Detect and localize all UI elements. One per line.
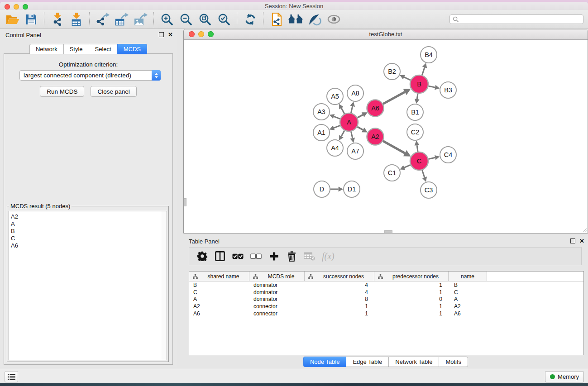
svg-text:B1: B1 xyxy=(411,109,419,116)
node-B[interactable]: B xyxy=(410,75,428,93)
cell-shared-name: B xyxy=(189,282,249,288)
node-A1[interactable]: A1 xyxy=(313,124,330,141)
tab-edge-table[interactable]: Edge Table xyxy=(346,357,388,367)
node-A[interactable]: A xyxy=(340,113,358,131)
node-C2[interactable]: C2 xyxy=(407,124,423,140)
column-header-name[interactable]: name xyxy=(449,272,487,281)
node-C[interactable]: C xyxy=(410,152,428,170)
column-header-predecessor-nodes[interactable]: predecessor nodes xyxy=(374,272,449,281)
svg-text:A4: A4 xyxy=(331,144,339,152)
node-A8[interactable]: A8 xyxy=(347,85,363,101)
node-C3[interactable]: C3 xyxy=(421,182,437,198)
search-box[interactable] xyxy=(449,14,583,24)
zoom-fit-icon xyxy=(198,13,212,26)
node-B3[interactable]: B3 xyxy=(440,82,456,98)
export-image-button[interactable] xyxy=(131,11,150,28)
zoom-in-button[interactable] xyxy=(158,11,177,28)
select-all-button[interactable] xyxy=(232,250,244,262)
columns-button[interactable] xyxy=(215,250,225,262)
export-network-button[interactable] xyxy=(93,11,112,28)
table-row[interactable]: Bdominator41B xyxy=(189,281,583,289)
trash-button[interactable] xyxy=(286,250,297,262)
function-button[interactable]: f(x) xyxy=(322,250,335,262)
edge-A-A7 xyxy=(351,132,352,138)
run-mcds-button[interactable]: Run MCDS xyxy=(40,86,84,97)
import-table-button[interactable] xyxy=(67,11,86,28)
node-A7[interactable]: A7 xyxy=(347,143,363,159)
edge-B-B1 xyxy=(417,94,418,99)
add-button[interactable] xyxy=(268,250,279,262)
network-horizontal-scroll-hint[interactable] xyxy=(384,230,392,233)
node-C1[interactable]: C1 xyxy=(384,165,400,181)
edge-C-C1 xyxy=(404,165,411,167)
app-screen: Session: New Session Control Panel ✕ Net… xyxy=(0,0,588,386)
deselect-all-button[interactable] xyxy=(250,250,262,262)
column-header-successor-nodes[interactable]: successor nodes xyxy=(305,272,374,281)
result-list-item[interactable]: A xyxy=(11,220,167,228)
node-A5[interactable]: A5 xyxy=(327,88,343,105)
zoom-selected-button[interactable] xyxy=(215,11,234,28)
tab-network-table[interactable]: Network Table xyxy=(388,357,439,367)
table-row[interactable]: Adominator80A xyxy=(189,296,583,303)
result-list-scrollbar[interactable] xyxy=(161,211,167,360)
houses-button[interactable] xyxy=(286,11,305,28)
import-network-button[interactable] xyxy=(48,11,67,28)
node-C4[interactable]: C4 xyxy=(440,147,456,163)
zoom-out-button[interactable] xyxy=(177,11,196,28)
search-input[interactable] xyxy=(459,15,583,24)
result-list-item[interactable]: A6 xyxy=(11,242,167,249)
table-row[interactable]: A6connector11A6 xyxy=(189,310,583,317)
node-D1[interactable]: D1 xyxy=(344,181,360,197)
close-panel-icon[interactable]: ✕ xyxy=(168,32,173,37)
result-list-item[interactable]: A2 xyxy=(11,213,167,220)
tab-motifs[interactable]: Motifs xyxy=(439,357,468,367)
node-A2[interactable]: A2 xyxy=(367,129,384,145)
open-file-button[interactable] xyxy=(3,11,22,28)
task-history-button[interactable] xyxy=(5,371,18,382)
node-A6[interactable]: A6 xyxy=(367,100,384,117)
table-row[interactable]: Cdominator41C xyxy=(189,289,583,296)
column-header-MCDS-role[interactable]: MCDS role xyxy=(249,272,305,281)
resize-grip-icon[interactable] xyxy=(582,228,587,233)
cell-shared-name: A xyxy=(189,296,249,302)
node-A3[interactable]: A3 xyxy=(313,104,330,120)
tab-network[interactable]: Network xyxy=(29,44,63,54)
toolbar-separator xyxy=(263,12,264,27)
export-table-button[interactable] xyxy=(112,11,131,28)
tab-mcds[interactable]: MCDS xyxy=(117,44,147,54)
memory-button[interactable]: Memory xyxy=(545,371,584,382)
table-row[interactable]: A2connector11A2 xyxy=(189,303,583,310)
eye-button[interactable] xyxy=(324,11,343,28)
cell-name: C xyxy=(449,289,487,295)
table-panel-title: Table Panel xyxy=(189,238,220,245)
save-session-button[interactable] xyxy=(22,11,41,28)
node-B4[interactable]: B4 xyxy=(421,47,437,63)
criterion-dropdown[interactable]: largest connected component (directed) xyxy=(19,70,161,81)
node-B2[interactable]: B2 xyxy=(384,63,400,80)
float-table-panel-icon[interactable] xyxy=(570,238,575,243)
close-table-panel-icon[interactable]: ✕ xyxy=(579,238,584,243)
control-panel: Control Panel ✕ NetworkStyleSelectMCDS O… xyxy=(0,29,177,367)
float-panel-icon[interactable] xyxy=(159,32,164,37)
gear-button[interactable] xyxy=(197,250,208,262)
close-panel-button[interactable]: Close panel xyxy=(91,86,136,97)
tab-select[interactable]: Select xyxy=(89,44,117,54)
svg-text:B2: B2 xyxy=(388,68,396,75)
cybrowser-button[interactable] xyxy=(267,11,286,28)
graphics-details-button[interactable] xyxy=(305,11,324,28)
network-canvas[interactable]: B4B2BB3A8A5A6A3B1AA1C2A2A4A7C4CC1DD1C3 xyxy=(184,40,588,233)
column-header-shared-name[interactable]: shared name xyxy=(189,272,249,281)
refresh-button[interactable] xyxy=(241,11,260,28)
node-A4[interactable]: A4 xyxy=(327,140,343,156)
delete-table-button[interactable] xyxy=(304,250,315,262)
node-D[interactable]: D xyxy=(314,181,330,197)
network-vertical-scroll-hint[interactable] xyxy=(184,198,186,206)
zoom-fit-button[interactable] xyxy=(196,11,215,28)
node-B1[interactable]: B1 xyxy=(407,104,423,120)
result-list-item[interactable]: C xyxy=(11,235,167,242)
result-list-item[interactable]: B xyxy=(11,228,167,235)
cell-name: A6 xyxy=(449,310,487,317)
cell-MCDS-role: dominator xyxy=(249,289,305,295)
tab-node-table[interactable]: Node Table xyxy=(303,357,346,367)
tab-style[interactable]: Style xyxy=(63,44,89,54)
